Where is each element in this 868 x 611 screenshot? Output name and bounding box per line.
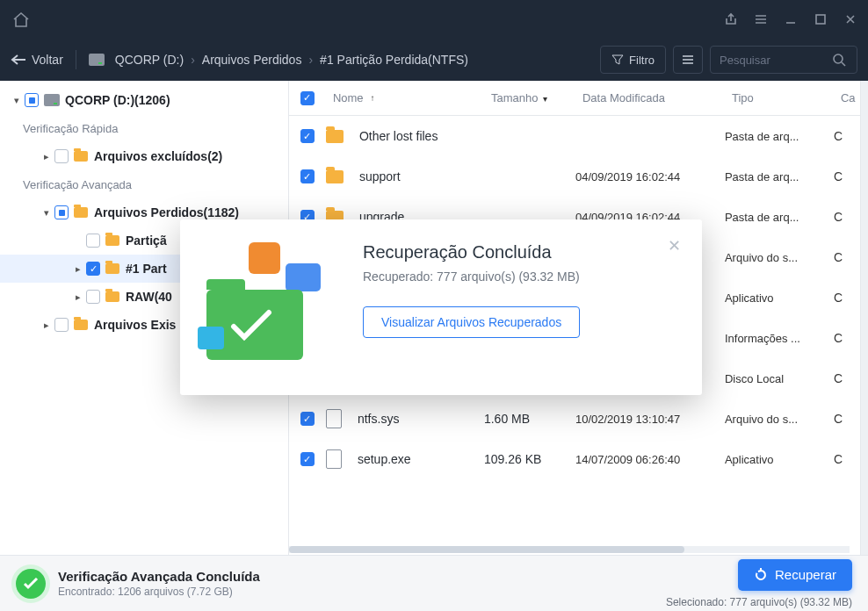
svg-point-1 — [834, 54, 843, 63]
tree-group-advanced: Verificação Avançada — [0, 170, 288, 198]
search-icon — [832, 53, 846, 67]
table-row[interactable]: ✓support04/09/2019 16:02:44Pasta de arq.… — [289, 156, 860, 197]
v-scrollbar[interactable] — [860, 81, 868, 555]
file-rest: C — [834, 250, 860, 264]
file-rest: C — [834, 169, 860, 183]
toolbar: Voltar QCORP (D:) › Arquivos Perdidos › … — [0, 39, 868, 81]
file-rest: C — [834, 412, 860, 426]
tree-label: QCORP (D:)(1206) — [65, 93, 170, 107]
table-row[interactable]: ✓Other lost filesPasta de arq...C — [289, 116, 860, 156]
checkbox[interactable] — [86, 290, 100, 304]
search-input[interactable] — [720, 54, 825, 67]
list-view-button[interactable] — [673, 46, 703, 74]
file-type: Arquivo do s... — [725, 251, 834, 264]
dialog-title: Recuperação Concluída — [363, 242, 677, 262]
share-icon[interactable] — [722, 11, 740, 28]
column-header: ✓ Nome↑ Tamanho ▾ Data Modificada Tipo C… — [289, 81, 860, 116]
dialog-illustration — [205, 242, 336, 365]
h-scrollbar[interactable] — [289, 546, 850, 553]
table-row[interactable]: ✓ntfs.sys1.60 MB10/02/2019 13:10:47Arqui… — [289, 399, 860, 439]
select-all-checkbox[interactable]: ✓ — [300, 91, 315, 105]
file-type: Aplicativo — [725, 291, 834, 305]
maximize-icon[interactable] — [812, 11, 829, 28]
filter-button[interactable]: Filtro — [600, 46, 666, 74]
table-row[interactable]: ✓setup.exe109.26 KB14/07/2009 06:26:40Ap… — [289, 439, 860, 479]
col-date[interactable]: Data Modificada — [575, 91, 725, 104]
checkbox[interactable] — [86, 234, 100, 248]
crumb-1[interactable]: QCORP (D:) — [115, 53, 184, 67]
recover-button[interactable]: Recuperar — [738, 559, 852, 591]
folder-icon — [105, 291, 119, 302]
col-size[interactable]: Tamanho ▾ — [484, 91, 575, 104]
col-rest[interactable]: Ca — [834, 91, 860, 104]
file-type: Pasta de arq... — [725, 211, 834, 224]
titlebar — [0, 0, 868, 39]
row-checkbox[interactable]: ✓ — [300, 169, 315, 183]
file-rest: C — [834, 210, 860, 224]
file-size: 109.26 KB — [484, 452, 575, 466]
back-label: Voltar — [32, 53, 63, 67]
col-name[interactable]: Nome↑ — [326, 91, 484, 104]
file-size: 1.60 MB — [484, 412, 575, 426]
file-icon — [326, 449, 342, 469]
file-type: Informações ... — [725, 332, 834, 345]
svg-rect-0 — [816, 15, 825, 24]
file-type: Aplicativo — [725, 453, 834, 466]
tree-label: Partiçã — [126, 234, 167, 248]
search-box[interactable] — [710, 46, 857, 74]
scan-status-title: Verificação Avançada Concluída — [58, 569, 260, 584]
menu-icon[interactable] — [752, 11, 770, 28]
row-checkbox[interactable]: ✓ — [300, 452, 315, 466]
checkbox[interactable] — [25, 93, 39, 107]
sort-asc-icon: ↑ — [371, 93, 375, 103]
file-type: Arquivo do s... — [725, 413, 834, 426]
status-bar: Verificação Avançada Concluída Encontrad… — [0, 555, 868, 611]
tree-label: Arquivos excluídos(2) — [94, 149, 222, 163]
dialog-subtitle: Recuperado: 777 arquivo(s) (93.32 MB) — [363, 270, 677, 284]
file-rest: C — [834, 129, 860, 143]
crumb-2[interactable]: Arquivos Perdidos — [202, 53, 302, 67]
selection-info: Selecionado: 777 arquivo(s) (93.32 MB) — [666, 596, 852, 608]
tree-root[interactable]: ▾ QCORP (D:)(1206) — [0, 86, 288, 114]
col-type[interactable]: Tipo — [725, 91, 834, 104]
tree-item-deleted[interactable]: ▸ Arquivos excluídos(2) — [0, 142, 288, 170]
file-rest: C — [834, 291, 860, 305]
folder-icon — [74, 207, 88, 218]
file-rest: C — [834, 331, 860, 345]
dialog-close-button[interactable]: ✕ — [663, 235, 684, 256]
tree-group-quick: Verificação Rápida — [0, 114, 288, 142]
view-recovered-button[interactable]: Visualizar Arquivos Recuperados — [363, 306, 580, 338]
file-name: support — [359, 169, 401, 183]
crumb-3[interactable]: #1 Partição Perdida(NTFS) — [320, 53, 468, 67]
folder-icon — [326, 130, 344, 143]
file-type: Disco Local — [725, 372, 834, 385]
file-name: setup.exe — [358, 452, 411, 466]
row-checkbox[interactable]: ✓ — [300, 412, 315, 426]
checkbox[interactable]: ✓ — [86, 262, 100, 276]
checkbox[interactable] — [54, 318, 69, 332]
home-icon[interactable] — [9, 8, 33, 31]
drive-icon — [89, 54, 105, 66]
checkbox[interactable] — [54, 205, 69, 219]
recovery-complete-dialog: ✕ Recuperação Concluída Recuperado: 777 … — [180, 219, 702, 395]
file-rest: C — [834, 371, 860, 385]
filter-label: Filtro — [629, 54, 655, 67]
file-date: 14/07/2009 06:26:40 — [575, 453, 725, 466]
tree-label: RAW(40 — [126, 290, 172, 304]
breadcrumb: QCORP (D:) › Arquivos Perdidos › #1 Part… — [89, 53, 468, 67]
checkbox[interactable] — [54, 149, 69, 163]
tree-label: Arquivos Exis — [94, 318, 176, 332]
file-icon — [326, 409, 342, 428]
minimize-icon[interactable] — [782, 11, 799, 28]
close-icon[interactable] — [842, 11, 859, 28]
scan-complete-icon — [16, 569, 46, 599]
file-type: Pasta de arq... — [725, 170, 834, 183]
folder-icon — [74, 151, 88, 162]
back-button[interactable]: Voltar — [11, 53, 63, 67]
file-date: 04/09/2019 16:02:44 — [575, 170, 725, 183]
tree-label: #1 Part — [126, 262, 167, 276]
row-checkbox[interactable]: ✓ — [300, 129, 315, 143]
file-type: Pasta de arq... — [725, 130, 834, 143]
file-rest: C — [834, 452, 860, 466]
folder-icon — [74, 320, 88, 330]
